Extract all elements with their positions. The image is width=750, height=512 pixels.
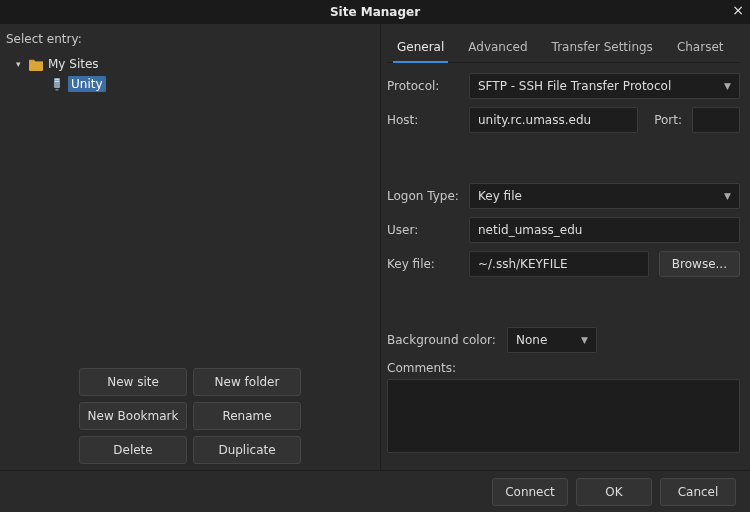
tree-row-root[interactable]: ▾ My Sites — [6, 54, 374, 74]
chevron-down-icon: ▼ — [581, 335, 588, 345]
tab-general[interactable]: General — [395, 34, 446, 62]
cancel-button[interactable]: Cancel — [660, 478, 736, 506]
svg-rect-2 — [55, 79, 59, 80]
user-label: User: — [387, 223, 459, 237]
left-panel: Select entry: ▾ My Sites Unity New site … — [0, 24, 380, 470]
host-label: Host: — [387, 113, 459, 127]
protocol-select[interactable]: SFTP - SSH File Transfer Protocol ▼ — [469, 73, 740, 99]
select-entry-label: Select entry: — [6, 32, 374, 46]
ok-button[interactable]: OK — [576, 478, 652, 506]
tree-site-label: Unity — [68, 76, 106, 92]
tree-row-site[interactable]: Unity — [6, 74, 374, 94]
delete-button[interactable]: Delete — [79, 436, 187, 464]
window-title: Site Manager — [330, 5, 420, 19]
site-tree[interactable]: ▾ My Sites Unity — [6, 50, 374, 360]
logon-type-select[interactable]: Key file ▼ — [469, 183, 740, 209]
logon-type-value: Key file — [478, 189, 522, 203]
protocol-value: SFTP - SSH File Transfer Protocol — [478, 79, 671, 93]
duplicate-button[interactable]: Duplicate — [193, 436, 301, 464]
connect-button[interactable]: Connect — [492, 478, 568, 506]
titlebar: Site Manager × — [0, 0, 750, 24]
tab-bar: General Advanced Transfer Settings Chars… — [387, 30, 740, 63]
tab-transfer-settings[interactable]: Transfer Settings — [550, 34, 655, 62]
browse-button[interactable]: Browse... — [659, 251, 740, 277]
protocol-label: Protocol: — [387, 79, 459, 93]
host-input[interactable] — [469, 107, 638, 133]
right-panel: General Advanced Transfer Settings Chars… — [380, 24, 750, 470]
new-folder-button[interactable]: New folder — [193, 368, 301, 396]
server-icon — [50, 77, 64, 91]
tab-advanced[interactable]: Advanced — [466, 34, 529, 62]
tab-charset[interactable]: Charset — [675, 34, 726, 62]
tree-twisty-icon[interactable]: ▾ — [16, 59, 24, 69]
left-button-grid: New site New folder New Bookmark Rename … — [6, 360, 374, 464]
tree-root-label: My Sites — [48, 57, 99, 71]
new-bookmark-button[interactable]: New Bookmark — [79, 402, 187, 430]
user-input[interactable] — [469, 217, 740, 243]
svg-rect-1 — [56, 89, 59, 91]
logon-type-label: Logon Type: — [387, 189, 459, 203]
chevron-down-icon: ▼ — [724, 81, 731, 91]
background-color-value: None — [516, 333, 547, 347]
comments-textarea[interactable] — [387, 379, 740, 453]
rename-button[interactable]: Rename — [193, 402, 301, 430]
background-color-label: Background color: — [387, 333, 497, 347]
port-input[interactable] — [692, 107, 740, 133]
chevron-down-icon: ▼ — [724, 191, 731, 201]
keyfile-input[interactable] — [469, 251, 649, 277]
background-color-select[interactable]: None ▼ — [507, 327, 597, 353]
new-site-button[interactable]: New site — [79, 368, 187, 396]
folder-icon — [28, 57, 44, 71]
svg-rect-3 — [55, 81, 59, 82]
general-form: Protocol: SFTP - SSH File Transfer Proto… — [387, 63, 740, 456]
footer: Connect OK Cancel — [0, 470, 750, 512]
keyfile-label: Key file: — [387, 257, 459, 271]
close-icon[interactable]: × — [732, 2, 744, 18]
comments-label: Comments: — [387, 361, 740, 375]
port-label: Port: — [654, 113, 682, 127]
